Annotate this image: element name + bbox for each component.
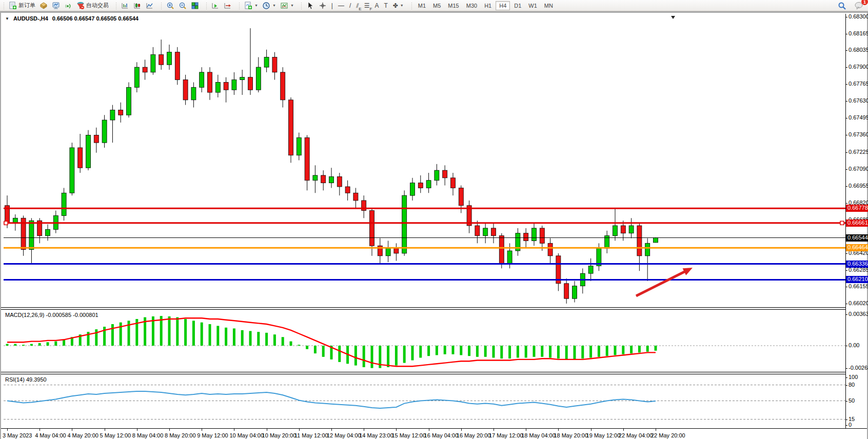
bull-candle [507, 251, 512, 264]
line-selection-handle[interactable] [840, 221, 844, 225]
time-tick-label: 19 May 12:00 [586, 432, 621, 438]
time-tick-label: 8 May 20:00 [165, 432, 196, 438]
axis-tick [845, 118, 847, 118]
bull-candle [86, 135, 91, 168]
panel-divider [1, 428, 867, 429]
axis-tick [845, 304, 847, 304]
price-tick-label: 0.68035 [849, 47, 868, 53]
axis-tick [845, 203, 847, 204]
panel-divider [1, 374, 845, 374]
price-tick-label: 0.67495 [849, 114, 868, 121]
bull-candle [151, 55, 155, 72]
bear-candle [289, 100, 293, 155]
rsi-tick-label: 80 [849, 382, 855, 388]
time-tick-label: 10 May 04:00 [229, 432, 264, 438]
bull-candle [435, 170, 439, 181]
time-tick-label: 10 May 20:00 [262, 432, 297, 438]
time-axis-tick [623, 429, 624, 431]
bull-candle [410, 183, 415, 196]
axis-tick [845, 50, 847, 51]
bear-candle [183, 80, 188, 100]
bear-candle [370, 211, 374, 246]
bear-candle [524, 233, 528, 241]
trend-arrow-object[interactable] [636, 271, 686, 296]
bull-candle [127, 87, 131, 115]
bull-candle [426, 181, 431, 188]
time-tick-label: 14 May 23:00 [359, 432, 393, 438]
axis-tick [845, 34, 847, 34]
bear-candle [159, 55, 164, 65]
bull-candle [532, 228, 537, 241]
macd-tick-label: 0.003635 [849, 311, 868, 317]
time-tick-label: 11 May 12:00 [294, 432, 328, 438]
bear-candle [475, 226, 480, 236]
time-tick-label: 5 May 12:00 [100, 432, 131, 438]
time-axis-tick [72, 429, 72, 431]
bull-candle [191, 87, 196, 100]
bear-candle [272, 57, 277, 72]
bear-candle [621, 226, 625, 233]
time-axis-tick [331, 429, 332, 431]
bear-candle [345, 187, 350, 193]
axis-tick [845, 314, 847, 315]
price-tick-label: 0.66020 [849, 300, 868, 306]
bear-candle [394, 248, 399, 253]
time-tick-label: 3 May 2023 [3, 432, 32, 438]
macd-panel-canvas[interactable] [1, 309, 845, 373]
time-axis-tick [234, 429, 234, 431]
time-tick-label: 18 May 04:00 [521, 432, 556, 438]
time-tick-label: 22 May 20:00 [651, 432, 685, 438]
bull-candle [46, 229, 50, 235]
panel-divider [1, 309, 845, 310]
rsi-panel-canvas[interactable] [1, 374, 845, 429]
bear-candle [443, 170, 447, 178]
rsi-tick-label: 0 [849, 422, 852, 428]
price-tick-label: 0.68300 [849, 13, 868, 19]
axis-tick [845, 169, 847, 170]
axis-tick [845, 346, 847, 346]
bear-candle [418, 183, 423, 188]
axis-tick [845, 186, 847, 187]
axis-tick [845, 368, 847, 369]
price-line-badge: 0.66336 [846, 261, 868, 268]
line-selection-handle[interactable] [4, 221, 8, 225]
price-line-badge: 0.66464 [846, 244, 868, 251]
axis-tick [845, 385, 847, 386]
price-line-badge: 0.66778 [846, 205, 868, 212]
bull-candle [200, 72, 204, 87]
bull-candle [386, 248, 390, 256]
bear-candle [337, 176, 342, 187]
notifications-button[interactable]: 1 [853, 1, 866, 11]
axis-tick [845, 425, 847, 426]
price-tick-label: 0.67630 [849, 97, 868, 104]
bear-candle [175, 52, 180, 80]
bear-candle [321, 175, 326, 183]
bear-candle [499, 236, 504, 264]
bull-candle [134, 67, 139, 87]
time-axis-tick [7, 429, 8, 431]
price-line-badge: 0.66661 [846, 220, 868, 227]
bull-candle [167, 52, 172, 65]
axis-tick [845, 401, 847, 402]
axis-tick [845, 135, 847, 135]
time-axis[interactable]: 3 May 20234 May 04:004 May 20:005 May 12… [1, 429, 867, 439]
bull-candle [29, 221, 34, 249]
bear-candle [548, 243, 553, 256]
bull-candle [215, 82, 220, 92]
axis-tick [845, 287, 847, 287]
price-tick-label: 0.67360 [849, 131, 868, 137]
axis-tick [845, 253, 847, 254]
time-axis-tick [461, 429, 462, 431]
bear-candle [143, 67, 147, 72]
chart-shift-marker[interactable] [671, 16, 675, 19]
time-axis-tick [105, 429, 105, 431]
bear-candle [564, 284, 569, 298]
bull-candle [613, 226, 618, 236]
rsi-line [7, 391, 656, 408]
price-chart-canvas[interactable] [1, 2, 845, 307]
bear-candle [224, 82, 228, 90]
time-tick-label: 22 May 04:00 [619, 432, 653, 438]
bull-candle [297, 137, 301, 155]
bear-candle [208, 72, 212, 92]
chart-window: ▼ AUDUSD-,H4 0.66506 0.66547 0.66505 0.6… [0, 11, 868, 439]
